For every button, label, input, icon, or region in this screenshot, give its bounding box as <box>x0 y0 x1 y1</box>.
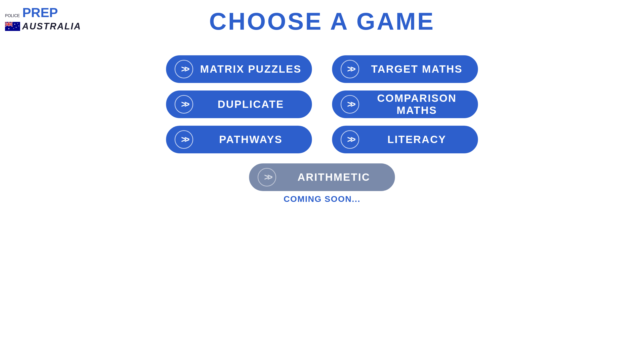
arithmetic-button: >> ARITHMETIC <box>249 163 395 191</box>
arithmetic-label: ARITHMETIC <box>281 171 386 183</box>
arithmetic-chevron-icon: >> <box>263 172 271 183</box>
page-title: CHOOSE A GAME <box>0 8 644 35</box>
arithmetic-icon-circle: >> <box>258 168 276 187</box>
target-maths-label: TARGET MATHS <box>364 63 469 75</box>
literacy-icon-circle: >> <box>341 130 359 149</box>
target-maths-icon-circle: >> <box>341 60 359 78</box>
games-row-2: >> DUPLICATE >> COMPARISON MATHS <box>166 90 478 118</box>
matrix-puzzles-chevron-icon: >> <box>180 64 188 74</box>
duplicate-icon-circle: >> <box>175 95 193 114</box>
comparison-maths-label: COMPARISON MATHS <box>364 92 469 116</box>
games-container: >> MATRIX PUZZLES >> TARGET MATHS >> DUP… <box>0 55 644 204</box>
arithmetic-wrapper: >> ARITHMETIC COMING SOON... <box>249 163 395 204</box>
literacy-label: LITERACY <box>364 133 469 146</box>
comparison-maths-button[interactable]: >> COMPARISON MATHS <box>332 90 478 118</box>
pathways-button[interactable]: >> PATHWAYS <box>166 126 312 153</box>
duplicate-button[interactable]: >> DUPLICATE <box>166 90 312 118</box>
games-row-1: >> MATRIX PUZZLES >> TARGET MATHS <box>166 55 478 83</box>
literacy-chevron-icon: >> <box>346 134 354 145</box>
literacy-button[interactable]: >> LITERACY <box>332 126 478 153</box>
matrix-puzzles-label: MATRIX PUZZLES <box>198 63 303 75</box>
comparison-maths-icon-circle: >> <box>341 95 359 114</box>
comparison-maths-chevron-icon: >> <box>346 99 354 110</box>
pathways-chevron-icon: >> <box>180 134 188 145</box>
pathways-icon-circle: >> <box>175 130 193 149</box>
matrix-puzzles-button[interactable]: >> MATRIX PUZZLES <box>166 55 312 83</box>
target-maths-button[interactable]: >> TARGET MATHS <box>332 55 478 83</box>
duplicate-chevron-icon: >> <box>180 99 188 110</box>
target-maths-chevron-icon: >> <box>346 64 354 74</box>
games-row-3: >> PATHWAYS >> LITERACY <box>166 126 478 153</box>
coming-soon-label: COMING SOON... <box>284 194 360 204</box>
pathways-label: PATHWAYS <box>198 133 303 146</box>
duplicate-label: DUPLICATE <box>198 98 303 110</box>
matrix-puzzles-icon-circle: >> <box>175 60 193 78</box>
